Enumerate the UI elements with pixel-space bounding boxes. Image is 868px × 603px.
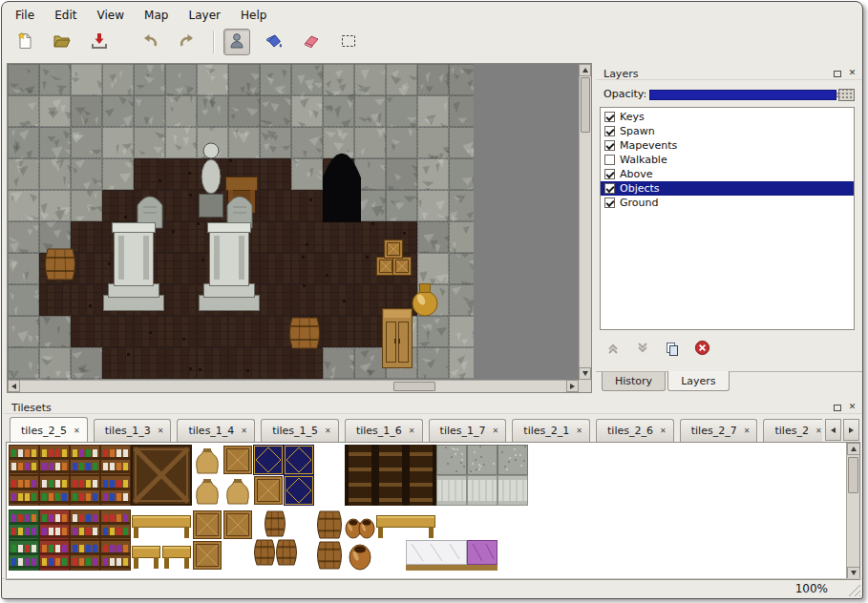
float-panel-button[interactable] (831, 66, 843, 78)
menu-map[interactable]: Map (137, 7, 176, 24)
layer-row-mapevents[interactable]: Mapevents (601, 138, 854, 153)
menu-view[interactable]: View (90, 7, 132, 24)
toolbar-separator (213, 31, 215, 53)
delete-layer-button[interactable] (692, 340, 711, 359)
layer-visibility-checkbox[interactable] (604, 183, 615, 194)
layer-label: Walkable (620, 154, 667, 166)
tileset-tab-label: tiles_1_4 (188, 425, 234, 437)
scroll-down-button[interactable] (579, 367, 591, 380)
close-tab-icon[interactable]: ✕ (660, 426, 667, 435)
layer-row-spawn[interactable]: Spawn (601, 124, 854, 138)
layers-panel-titlebar: Layers ✕ (596, 63, 862, 80)
scroll-right-button[interactable] (566, 380, 579, 392)
layer-list[interactable]: Keys Spawn Mapevents Walkable Above Obje… (600, 107, 855, 330)
close-tab-icon[interactable]: ✕ (325, 426, 331, 435)
map-canvas[interactable] (8, 64, 474, 380)
close-tab-icon[interactable]: ✕ (74, 426, 80, 435)
undo-button[interactable] (137, 29, 163, 55)
new-button[interactable] (11, 29, 38, 55)
opacity-slider-handle[interactable] (838, 89, 855, 101)
lower-layer-icon (635, 341, 650, 359)
raise-layer-button[interactable] (603, 340, 623, 359)
menu-edit[interactable]: Edit (47, 7, 84, 24)
close-tab-icon[interactable]: ✕ (409, 426, 415, 435)
tileset-tab[interactable]: tiles_1_3✕ (94, 419, 172, 442)
tileset-tab[interactable]: tiles_2_5✕ (10, 417, 88, 442)
open-folder-icon (53, 31, 72, 53)
resize-grip[interactable] (847, 583, 860, 596)
redo-button[interactable] (174, 29, 201, 55)
layers-panel-title: Layers (603, 68, 638, 80)
tileset-tab[interactable]: tiles_2_7✕ (680, 419, 758, 442)
tileset-canvas[interactable] (9, 445, 543, 571)
map-horizontal-scrollbar[interactable] (8, 380, 579, 392)
lower-layer-button[interactable] (633, 340, 652, 359)
tilesets-panel-titlebar: Tilesets ✕ (4, 397, 862, 414)
tileset-tab[interactable]: tiles_1_6✕ (345, 419, 423, 442)
tileset-tab[interactable]: tiles_1_5✕ (261, 419, 339, 442)
tileset-tab[interactable]: tiles_1_7✕ (429, 419, 507, 442)
tileset-view[interactable] (6, 442, 860, 580)
tilesets-panel: Tilesets ✕ tiles_2_5✕ tiles_1_3✕ tiles_1… (4, 397, 862, 580)
tab-history[interactable]: History (602, 372, 666, 391)
menu-file[interactable]: File (8, 7, 42, 24)
tileset-tab[interactable]: tiles_2✕ (763, 419, 822, 442)
open-button[interactable] (49, 29, 75, 55)
map-hscroll-thumb[interactable] (393, 382, 435, 391)
duplicate-layer-button[interactable] (663, 340, 682, 359)
map-vscroll-thumb[interactable] (581, 77, 590, 133)
map-vertical-scrollbar[interactable] (579, 64, 591, 380)
tileset-tab[interactable]: tiles_1_4✕ (177, 419, 255, 442)
layer-visibility-checkbox[interactable] (604, 112, 615, 122)
close-tab-icon[interactable]: ✕ (815, 426, 822, 435)
tileset-vertical-scrollbar[interactable] (846, 443, 859, 579)
layer-visibility-checkbox[interactable] (604, 169, 615, 179)
close-tab-icon[interactable]: ✕ (241, 426, 247, 435)
layer-row-above[interactable]: Above (601, 167, 854, 181)
float-icon (834, 405, 841, 411)
tabs-scroll-left-button[interactable] (825, 419, 841, 441)
close-tab-icon[interactable]: ✕ (493, 426, 499, 435)
opacity-slider[interactable] (649, 89, 855, 101)
app-window: File Edit View Map Layer Help (1, 1, 863, 599)
layer-row-ground[interactable]: Ground (601, 196, 854, 210)
close-tab-icon[interactable]: ✕ (576, 426, 582, 435)
scroll-up-button[interactable] (847, 443, 860, 455)
eraser-tool-button[interactable] (298, 29, 325, 55)
fill-tool-button[interactable] (261, 29, 287, 55)
close-tab-icon[interactable]: ✕ (744, 426, 751, 435)
layer-visibility-checkbox[interactable] (604, 155, 615, 165)
close-panel-button[interactable]: ✕ (846, 400, 858, 412)
scroll-up-button[interactable] (579, 64, 591, 76)
opacity-label: Opacity: (603, 88, 646, 100)
tileset-vscroll-thumb[interactable] (848, 457, 858, 493)
layer-row-walkable[interactable]: Walkable (601, 153, 854, 167)
select-tool-button[interactable] (335, 29, 362, 55)
fill-tool-icon (265, 31, 284, 53)
map-viewport[interactable] (7, 63, 592, 393)
tab-layers[interactable]: Layers (667, 371, 729, 391)
layer-visibility-checkbox[interactable] (604, 140, 615, 151)
tileset-tab[interactable]: tiles_2_1✕ (512, 419, 590, 442)
close-panel-button[interactable]: ✕ (846, 66, 858, 78)
menu-layer[interactable]: Layer (181, 7, 228, 24)
close-tab-icon[interactable]: ✕ (158, 426, 164, 435)
float-panel-button[interactable] (831, 400, 843, 412)
tabs-scroll-right-button[interactable] (843, 419, 859, 441)
scroll-left-button[interactable] (8, 380, 20, 392)
arrow-down-icon (851, 571, 857, 575)
layer-row-keys[interactable]: Keys (601, 110, 854, 124)
layer-visibility-checkbox[interactable] (604, 126, 615, 136)
layer-visibility-checkbox[interactable] (604, 198, 615, 208)
tileset-tab[interactable]: tiles_2_6✕ (596, 419, 674, 442)
stamp-tool-icon (227, 31, 246, 53)
save-button[interactable] (86, 29, 113, 55)
stamp-tool-button[interactable] (223, 29, 250, 55)
arrow-left-icon (831, 427, 836, 433)
layer-row-objects[interactable]: Objects (601, 181, 854, 196)
opacity-row: Opacity: (596, 85, 862, 104)
tileset-tab-label: tiles_2_5 (21, 425, 67, 437)
duplicate-layer-icon (665, 341, 680, 359)
menu-help[interactable]: Help (233, 7, 274, 24)
tileset-tab-label: tiles_1_6 (356, 425, 402, 437)
